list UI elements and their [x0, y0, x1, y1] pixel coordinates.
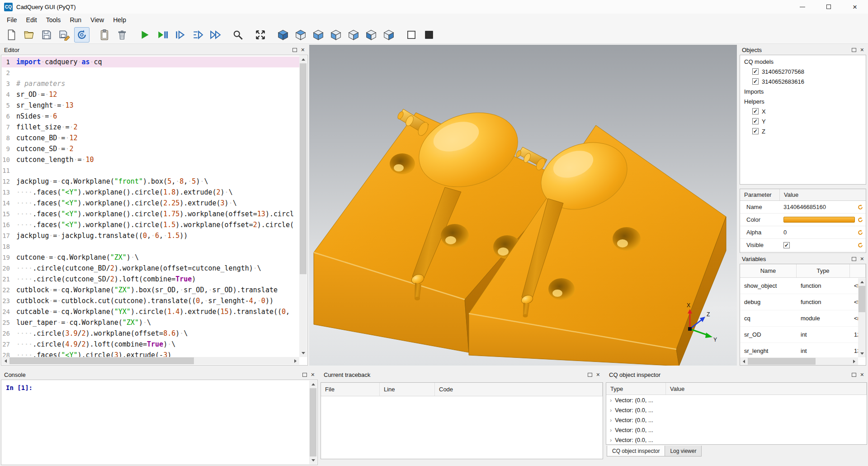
scrollbar-thumb-vertical[interactable]	[310, 388, 316, 456]
close-dock-icon[interactable]: ×	[311, 371, 315, 378]
close-dock-icon[interactable]: ×	[596, 371, 600, 378]
tree-item[interactable]: CQ models	[740, 57, 866, 67]
close-dock-icon[interactable]: ×	[860, 47, 864, 53]
variable-row[interactable]: cqmodule<m	[740, 310, 866, 327]
column-header[interactable]: Code	[435, 383, 603, 396]
column-header[interactable]: Line	[380, 383, 435, 396]
property-value[interactable]: ✓	[780, 242, 855, 248]
column-header[interactable]: Parameter	[740, 189, 780, 200]
view-top-button[interactable]	[293, 27, 308, 43]
viewport-3d[interactable]: X Z Y	[309, 45, 737, 366]
float-dock-icon[interactable]	[302, 373, 307, 377]
inspector-row[interactable]: ›Vector: (0.0, ...	[606, 405, 867, 415]
column-header[interactable]: Value	[780, 189, 866, 200]
expand-chevron-icon[interactable]: ›	[610, 417, 612, 423]
checkbox[interactable]: ✓	[752, 68, 759, 75]
float-dock-icon[interactable]	[852, 373, 856, 377]
scroll-up-icon[interactable]	[302, 58, 305, 61]
debug-button[interactable]	[155, 27, 170, 43]
scrollbar-thumb-horizontal[interactable]	[9, 357, 194, 364]
checkbox[interactable]: ✓	[752, 108, 759, 114]
reset-icon[interactable]	[855, 217, 866, 223]
scroll-down-icon[interactable]	[302, 352, 305, 354]
property-row[interactable]: Name3140646685160	[740, 201, 866, 214]
color-swatch[interactable]	[783, 217, 855, 223]
checkbox[interactable]: ✓	[752, 128, 759, 134]
editor-vertical-scrollbar[interactable]	[299, 56, 307, 357]
tree-item[interactable]: Helpers	[740, 96, 866, 106]
column-header[interactable]: Name	[740, 264, 797, 277]
shaded-button[interactable]	[421, 27, 437, 43]
property-row[interactable]: Visible✓	[740, 239, 866, 252]
property-row[interactable]: Alpha0	[740, 226, 866, 239]
expand-chevron-icon[interactable]: ›	[610, 397, 612, 404]
variables-horizontal-scrollbar[interactable]	[740, 357, 858, 365]
float-dock-icon[interactable]	[588, 373, 592, 377]
scroll-right-icon[interactable]	[853, 360, 855, 363]
open-file-button[interactable]	[21, 27, 37, 43]
save-file-button[interactable]	[39, 27, 54, 43]
paste-button[interactable]	[97, 27, 112, 43]
code-area[interactable]: 1import·cadquery·as·cq23# parameters4sr_…	[2, 56, 299, 357]
tab-log-viewer[interactable]: Log viewer	[665, 446, 702, 456]
view-iso-button[interactable]	[275, 27, 291, 43]
column-header[interactable]: File	[321, 383, 380, 396]
step-button[interactable]	[172, 27, 188, 43]
view-left-button[interactable]	[363, 27, 379, 43]
delete-button[interactable]	[114, 27, 130, 43]
column-header[interactable]: Type	[606, 383, 666, 395]
variable-row[interactable]: sr_lenghtint13	[740, 343, 866, 359]
checkbox[interactable]: ✓	[752, 78, 759, 85]
expand-chevron-icon[interactable]: ›	[610, 437, 612, 443]
scroll-left-icon[interactable]	[743, 360, 745, 363]
render-button[interactable]	[137, 27, 152, 43]
property-value[interactable]	[780, 217, 855, 223]
expand-chevron-icon[interactable]: ›	[610, 407, 612, 414]
view-bottom-button[interactable]	[311, 27, 326, 43]
autoreload-button[interactable]	[74, 27, 90, 43]
expand-chevron-icon[interactable]: ›	[610, 427, 612, 433]
minimize-button[interactable]	[789, 0, 816, 14]
column-header[interactable]: Value	[666, 383, 867, 395]
save-as-button[interactable]	[57, 27, 72, 43]
tree-item[interactable]: Imports	[740, 86, 866, 96]
menu-item-file[interactable]: File	[2, 14, 22, 25]
scroll-down-icon[interactable]	[860, 352, 864, 355]
console-body[interactable]: In [1]:	[1, 380, 318, 465]
menu-item-edit[interactable]: Edit	[22, 14, 42, 25]
continue-button[interactable]	[208, 27, 223, 43]
menu-item-view[interactable]: View	[86, 14, 108, 25]
tab-cq-object-inspector[interactable]: CQ object inspector	[607, 446, 665, 456]
editor-horizontal-scrollbar[interactable]	[2, 357, 299, 365]
checkbox[interactable]: ✓	[752, 118, 759, 124]
inspector-row[interactable]: ›Vector: (0.0, ...	[606, 425, 867, 435]
wireframe-button[interactable]	[404, 27, 419, 43]
scroll-left-icon[interactable]	[5, 359, 7, 363]
tree-item[interactable]: ✓X	[740, 106, 866, 116]
tree-item[interactable]: ✓Z	[740, 126, 866, 136]
view-front-button[interactable]	[328, 27, 344, 43]
tree-item[interactable]: ✓3140652683616	[740, 76, 866, 86]
scroll-up-icon[interactable]	[311, 383, 315, 385]
reset-icon[interactable]	[855, 204, 866, 210]
reset-icon[interactable]	[855, 242, 866, 248]
close-dock-icon[interactable]: ×	[860, 371, 864, 378]
property-value[interactable]: 0	[780, 229, 855, 236]
menu-item-run[interactable]: Run	[65, 14, 86, 25]
property-row[interactable]: Color	[740, 214, 866, 226]
view-back-button[interactable]	[346, 27, 361, 43]
column-header[interactable]: Type	[797, 264, 850, 277]
scrollbar-thum-vertical[interactable]	[300, 63, 307, 274]
close-dock-icon[interactable]: ×	[860, 256, 864, 262]
variables-vertical-scrollbar[interactable]	[858, 278, 866, 357]
fit-view-button[interactable]	[253, 27, 268, 43]
step-into-button[interactable]	[190, 27, 205, 43]
property-value[interactable]: 3140646685160	[780, 204, 855, 210]
variable-row[interactable]: sr_ODint12	[740, 327, 866, 343]
scroll-down-icon[interactable]	[311, 459, 315, 461]
float-dock-icon[interactable]	[292, 48, 297, 52]
close-dock-icon[interactable]: ×	[301, 47, 305, 53]
variable-row[interactable]: debugfunction<f	[740, 294, 866, 310]
zoom-button[interactable]	[230, 27, 245, 43]
scroll-right-icon[interactable]	[294, 359, 297, 363]
